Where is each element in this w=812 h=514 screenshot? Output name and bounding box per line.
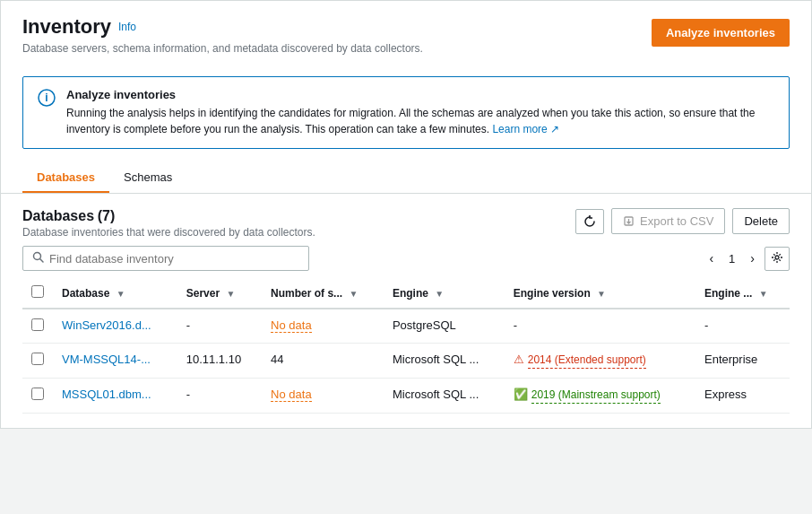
cell-schemas: No data bbox=[262, 309, 384, 344]
col-database: Database ▼ bbox=[53, 278, 177, 309]
col-server: Server ▼ bbox=[177, 278, 262, 309]
banner-title: Analyze inventories bbox=[66, 88, 774, 101]
sort-database-icon[interactable]: ▼ bbox=[117, 289, 125, 299]
search-icon bbox=[32, 251, 44, 266]
table-row: MSSQL01.dbm...-No dataMicrosoft SQL ...✅… bbox=[22, 378, 790, 413]
pagination-current-page: 1 bbox=[723, 250, 740, 267]
search-input[interactable] bbox=[49, 252, 299, 266]
version-text: 2019 (Mainstream support) bbox=[531, 388, 661, 404]
col-engine-extra: Engine ... ▼ bbox=[695, 278, 790, 309]
no-data-badge: No data bbox=[271, 318, 312, 333]
col-engine: Engine ▼ bbox=[384, 278, 505, 309]
database-link[interactable]: WinServ2016.d... bbox=[62, 318, 151, 332]
database-link[interactable]: MSSQL01.dbm... bbox=[62, 388, 151, 401]
page-subtitle: Database servers, schema information, an… bbox=[22, 42, 423, 55]
learn-more-link[interactable]: Learn more ↗ bbox=[492, 123, 559, 135]
page-container: Inventory Info Database servers, schema … bbox=[0, 0, 812, 429]
pagination-controls: ‹ 1 › bbox=[703, 247, 790, 271]
cell-engine-version: ✅2019 (Mainstream support) bbox=[505, 378, 695, 413]
cell-database: WinServ2016.d... bbox=[53, 309, 177, 344]
toolbar-actions: Export to CSV Delete bbox=[575, 208, 790, 234]
info-banner-icon: i bbox=[38, 89, 56, 111]
no-data-badge: No data bbox=[271, 388, 312, 402]
table-subtitle: Database inventories that were discovere… bbox=[22, 226, 315, 239]
table-title: Databases (7) bbox=[22, 208, 315, 224]
cell-database: VM-MSSQL14-... bbox=[53, 344, 177, 379]
cell-engine: Microsoft SQL ... bbox=[384, 344, 505, 379]
row-checkbox-cell bbox=[22, 344, 53, 379]
svg-line-5 bbox=[40, 259, 43, 262]
cell-database: MSSQL01.dbm... bbox=[53, 378, 177, 413]
main-content: Databases (7) Database inventories that … bbox=[1, 194, 811, 428]
version-warning: ⚠2014 (Extended support) bbox=[514, 353, 687, 369]
sort-schemas-icon[interactable]: ▼ bbox=[349, 289, 358, 299]
cell-server: 10.11.1.10 bbox=[177, 344, 262, 379]
header-checkbox-col bbox=[22, 278, 53, 309]
svg-point-6 bbox=[775, 256, 779, 259]
databases-table: Database ▼ Server ▼ Number of s... ▼ Eng… bbox=[22, 278, 790, 414]
row-checkbox[interactable] bbox=[31, 388, 44, 400]
banner-content: Analyze inventories Running the analysis… bbox=[66, 88, 774, 137]
cell-engine-extra: - bbox=[695, 309, 790, 344]
col-engine-version: Engine version ▼ bbox=[505, 278, 695, 309]
svg-text:i: i bbox=[45, 91, 48, 104]
delete-button[interactable]: Delete bbox=[732, 208, 790, 234]
title-row: Inventory Info bbox=[22, 15, 423, 39]
cell-server: - bbox=[177, 309, 262, 344]
header-left: Inventory Info Database servers, schema … bbox=[22, 15, 423, 55]
table-row: WinServ2016.d...-No dataPostgreSQL-- bbox=[22, 309, 790, 344]
row-checkbox-cell bbox=[22, 378, 53, 413]
cell-server: - bbox=[177, 378, 262, 413]
tab-databases[interactable]: Databases bbox=[22, 163, 109, 193]
database-link[interactable]: VM-MSSQL14-... bbox=[62, 353, 151, 366]
tab-schemas[interactable]: Schemas bbox=[109, 163, 186, 193]
row-checkbox[interactable] bbox=[31, 353, 44, 365]
version-text: 2014 (Extended support) bbox=[528, 353, 646, 369]
pagination-prev-button[interactable]: ‹ bbox=[703, 247, 720, 270]
sort-server-icon[interactable]: ▼ bbox=[226, 289, 235, 299]
pagination-next-button[interactable]: › bbox=[744, 247, 761, 270]
cell-engine-extra: Enterprise bbox=[695, 344, 790, 379]
cell-schemas: No data bbox=[262, 378, 384, 413]
analyze-inventories-button[interactable]: Analyze inventories bbox=[652, 19, 790, 47]
cell-engine: Microsoft SQL ... bbox=[384, 378, 505, 413]
sort-engine-extra-icon[interactable]: ▼ bbox=[759, 289, 768, 299]
col-schemas: Number of s... ▼ bbox=[262, 278, 384, 309]
cell-engine-version: ⚠2014 (Extended support) bbox=[505, 344, 695, 379]
select-all-checkbox[interactable] bbox=[31, 285, 44, 298]
row-checkbox-cell bbox=[22, 309, 53, 344]
search-row: ‹ 1 › bbox=[22, 246, 790, 271]
version-ok: ✅2019 (Mainstream support) bbox=[514, 388, 687, 404]
sort-version-icon[interactable]: ▼ bbox=[597, 289, 606, 299]
banner-text: Running the analysis helps in identifyin… bbox=[66, 105, 774, 137]
cell-engine-extra: Express bbox=[695, 378, 790, 413]
cell-schemas: 44 bbox=[262, 344, 384, 379]
table-row: VM-MSSQL14-...10.11.1.1044Microsoft SQL … bbox=[22, 344, 790, 379]
pagination-settings-button[interactable] bbox=[764, 247, 790, 271]
warning-icon: ⚠ bbox=[514, 353, 524, 366]
tabs-container: Databases Schemas bbox=[1, 163, 811, 194]
cell-engine-version: - bbox=[505, 309, 695, 344]
info-link[interactable]: Info bbox=[118, 21, 136, 33]
info-banner: i Analyze inventories Running the analys… bbox=[22, 76, 790, 149]
page-header: Inventory Info Database servers, schema … bbox=[1, 1, 811, 65]
table-header-row: Database ▼ Server ▼ Number of s... ▼ Eng… bbox=[22, 278, 790, 309]
ok-icon: ✅ bbox=[514, 388, 528, 401]
sort-engine-icon[interactable]: ▼ bbox=[435, 289, 444, 299]
page-title: Inventory bbox=[22, 15, 111, 39]
table-title-area: Databases (7) Database inventories that … bbox=[22, 208, 315, 239]
export-csv-button[interactable]: Export to CSV bbox=[611, 208, 725, 234]
refresh-button[interactable] bbox=[575, 209, 604, 234]
row-checkbox[interactable] bbox=[31, 318, 44, 331]
cell-engine: PostgreSQL bbox=[384, 309, 505, 344]
table-toolbar: Databases (7) Database inventories that … bbox=[22, 208, 790, 239]
search-box bbox=[22, 246, 309, 271]
